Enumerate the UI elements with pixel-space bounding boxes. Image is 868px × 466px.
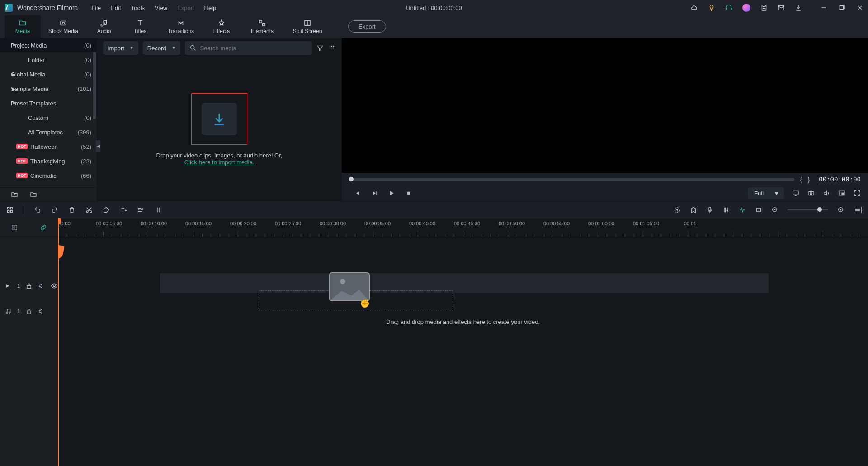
tab-media[interactable]: Media [5,15,41,38]
tab-audio[interactable]: Audio [86,15,122,38]
delete-icon[interactable] [68,206,75,214]
scrub-slider[interactable] [349,178,794,181]
step-frame-icon[interactable] [371,190,378,197]
sidebar-item-project-media[interactable]: ▼ Project Media (0) [0,38,97,52]
cloud-icon[interactable] [691,4,698,11]
pip-icon[interactable] [838,190,845,197]
tab-effects[interactable]: Effects [203,15,240,38]
tab-titles[interactable]: Titles [122,15,158,38]
timecode[interactable]: 00:00:00:00 [819,176,861,183]
menu-tools[interactable]: Tools [131,5,145,11]
volume-icon[interactable] [823,190,830,197]
mute-icon[interactable] [38,308,45,315]
svg-rect-4 [259,20,262,23]
auto-beat-icon[interactable] [739,206,746,214]
playhead[interactable] [58,218,59,466]
menu-file[interactable]: File [91,5,101,11]
mark-out-icon[interactable]: } [807,176,810,183]
folder-icon[interactable] [30,191,37,198]
menu-help[interactable]: Help [204,5,217,11]
mail-icon[interactable] [778,4,785,11]
text-add-icon[interactable] [120,206,127,214]
menu-view[interactable]: View [155,5,167,11]
quality-dropdown[interactable]: Full ▼ [748,187,784,199]
voiceover-icon[interactable] [706,206,713,214]
sidebar-item-sample-media[interactable]: ▶ Sample Media (101) [0,81,97,96]
keyframe-icon[interactable] [154,206,161,214]
redo-icon[interactable] [51,206,58,214]
record-dropdown[interactable]: Record ▼ [143,41,180,55]
new-folder-icon[interactable] [11,191,18,198]
dragging-clip-thumbnail[interactable] [329,272,370,301]
video-track-index: 1 [17,283,20,289]
support-icon[interactable] [725,4,732,11]
tab-transitions[interactable]: Transitions [158,15,203,38]
video-track-lane[interactable] [160,273,769,293]
zoom-in-icon[interactable] [837,206,844,214]
fullscreen-icon[interactable] [854,190,861,197]
media-drop-zone[interactable]: Drop your video clips, images, or audio … [97,58,342,201]
filter-icon[interactable] [316,44,324,52]
sidebar-item-all-templates[interactable]: All Templates (399) [0,125,97,139]
ruler-mark: 00:00:05:00 [96,221,122,226]
tag-icon[interactable] [103,206,110,214]
sidebar-collapse-icon[interactable]: ◀ [96,140,100,152]
timeline-ruler[interactable]: 00:0000:00:05:0000:00:10:0000:00:15:0000… [58,218,868,237]
layout-icon[interactable] [6,206,14,214]
timeline-link-icon[interactable] [40,224,47,231]
lock-icon[interactable] [25,308,33,315]
zoom-fit-icon[interactable] [854,207,862,213]
visibility-icon[interactable] [51,282,58,290]
tips-icon[interactable] [708,4,715,11]
sidebar-item-global-media[interactable]: ▶ Global Media (0) [0,67,97,81]
import-drop-box[interactable] [191,93,247,145]
save-icon[interactable] [760,4,768,11]
audio-mixer-icon[interactable] [722,206,730,214]
sidebar-item-cinematic[interactable]: HOT Cinematic (66) [0,168,97,183]
stop-icon[interactable] [405,190,412,197]
marker-icon[interactable] [690,206,697,214]
grid-view-icon[interactable] [328,44,335,52]
play-icon[interactable] [388,190,395,197]
adjust-icon[interactable] [137,206,144,214]
sidebar-item-thanksgiving[interactable]: HOT Thanksgiving (22) [0,154,97,168]
sidebar-item-preset-templates[interactable]: ▼ Preset Templates [0,96,97,110]
audio-track-header[interactable]: 1 [0,299,58,324]
maximize-icon[interactable] [838,4,845,11]
minimize-icon[interactable] [820,4,827,11]
mute-icon[interactable] [38,282,45,290]
zoom-out-icon[interactable] [771,206,778,214]
download-icon[interactable] [795,4,802,11]
undo-icon[interactable] [34,206,41,214]
video-track-header[interactable]: 1 [0,273,58,299]
menu-edit[interactable]: Edit [111,5,121,11]
search-media[interactable] [185,41,312,55]
sidebar-item-halloween[interactable]: HOT Halloween (52) [0,139,97,154]
sidebar-item-custom[interactable]: Custom (0) [0,110,97,125]
search-input[interactable] [200,45,307,52]
mark-in-icon[interactable]: { [800,176,802,183]
timeline-layers-icon[interactable] [11,224,18,231]
tab-stock-media[interactable]: Stock Media [41,15,86,38]
cut-icon[interactable] [85,206,93,214]
menu-export[interactable]: Export [177,5,194,11]
lock-icon[interactable] [25,282,33,290]
sidebar-item-trending[interactable]: Trending (45) [0,183,97,187]
display-icon[interactable] [792,190,799,197]
snapshot-icon[interactable] [807,190,815,197]
playhead-handle-icon[interactable] [58,244,64,259]
prev-frame-icon[interactable] [354,190,361,197]
preview-viewport[interactable] [342,38,868,173]
import-dropdown[interactable]: Import ▼ [103,41,138,55]
user-avatar[interactable] [742,4,750,12]
crop-icon[interactable] [755,206,762,214]
sidebar-item-folder[interactable]: Folder (0) [0,52,97,67]
close-icon[interactable] [856,4,863,11]
timeline-tracks[interactable]: 00:0000:00:05:0000:00:10:0000:00:15:0000… [58,218,868,466]
render-icon[interactable] [674,206,681,214]
tab-elements[interactable]: Elements [240,15,285,38]
export-button[interactable]: Export [348,20,386,33]
tab-split-screen[interactable]: Split Screen [285,15,330,38]
zoom-slider[interactable] [788,209,828,210]
import-link[interactable]: Click here to import media. [184,159,255,166]
